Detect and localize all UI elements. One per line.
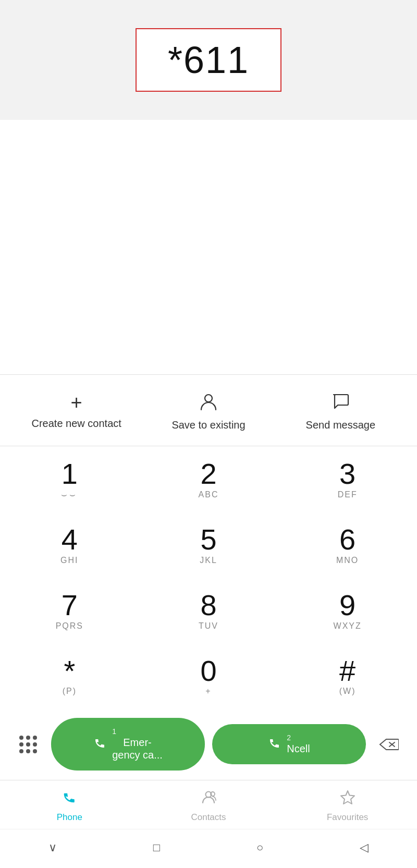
dial-key-5[interactable]: 5 JKL [139,512,278,578]
svg-marker-5 [341,791,354,804]
action-row: + Create new contact Save to existing Se… [0,375,417,446]
call-icon-2 [268,736,281,753]
send-message-button[interactable]: Send message [275,392,407,431]
system-nav: ∨ □ ○ ◁ [0,829,417,868]
top-area: *611 [0,0,417,120]
dial-key-6[interactable]: 6 MNO [278,512,417,578]
phone-tab-icon [61,789,78,809]
call-btn-1-text: 1 Emer-gency ca... [112,727,163,761]
save-to-existing-label: Save to existing [171,419,245,431]
dial-key-2[interactable]: 2 ABC [139,446,278,512]
dial-key-8[interactable]: 8 TUV [139,578,278,643]
nav-back-button[interactable]: ◁ [347,837,381,859]
dial-key-star[interactable]: * (P) [0,643,139,709]
send-message-label: Send message [306,419,375,431]
call-icon-1 [93,736,107,753]
dialpad: 1 ⌣⌣ 2 ABC 3 DEF 4 GHI 5 JKL 6 MNO 7 PQR… [0,446,417,708]
save-to-existing-button[interactable]: Save to existing [142,392,274,431]
nav-down-button[interactable]: ∨ [36,837,69,859]
call-button-2[interactable]: 2 Ncell [212,724,366,764]
dial-key-1[interactable]: 1 ⌣⌣ [0,446,139,512]
favourites-tab-label: Favourites [327,812,368,823]
call-btn-2-text: 2 Ncell [287,733,310,755]
dial-key-hash[interactable]: # (W) [278,643,417,709]
tab-favourites[interactable]: Favourites [278,789,417,823]
tab-phone[interactable]: Phone [0,789,139,823]
nav-square-button[interactable]: □ [141,837,173,859]
plus-icon: + [71,393,82,412]
dial-key-3[interactable]: 3 DEF [278,446,417,512]
phone-tab-label: Phone [57,812,82,823]
dialpad-grid-icon[interactable] [13,736,44,753]
tab-bar: Phone Contacts Favourites [0,780,417,829]
favourites-tab-icon [339,789,356,809]
spacer-area [0,120,417,375]
bottom-action-bar: 1 Emer-gency ca... 2 Ncell [0,708,417,780]
create-new-contact-label: Create new contact [32,418,121,430]
person-icon [199,392,218,414]
create-new-contact-button[interactable]: + Create new contact [10,393,142,430]
number-display[interactable]: *611 [136,28,281,92]
dial-key-4[interactable]: 4 GHI [0,512,139,578]
contacts-tab-icon [200,789,217,809]
call-button-1[interactable]: 1 Emer-gency ca... [51,718,205,771]
backspace-button[interactable] [373,729,404,760]
svg-point-0 [205,395,212,402]
contacts-tab-label: Contacts [191,812,226,823]
dial-key-0[interactable]: 0 + [139,643,278,709]
dial-key-7[interactable]: 7 PQRS [0,578,139,643]
dial-key-9[interactable]: 9 WXYZ [278,578,417,643]
chat-icon [330,392,350,414]
tab-contacts[interactable]: Contacts [139,789,278,823]
nav-circle-button[interactable]: ○ [244,837,276,859]
